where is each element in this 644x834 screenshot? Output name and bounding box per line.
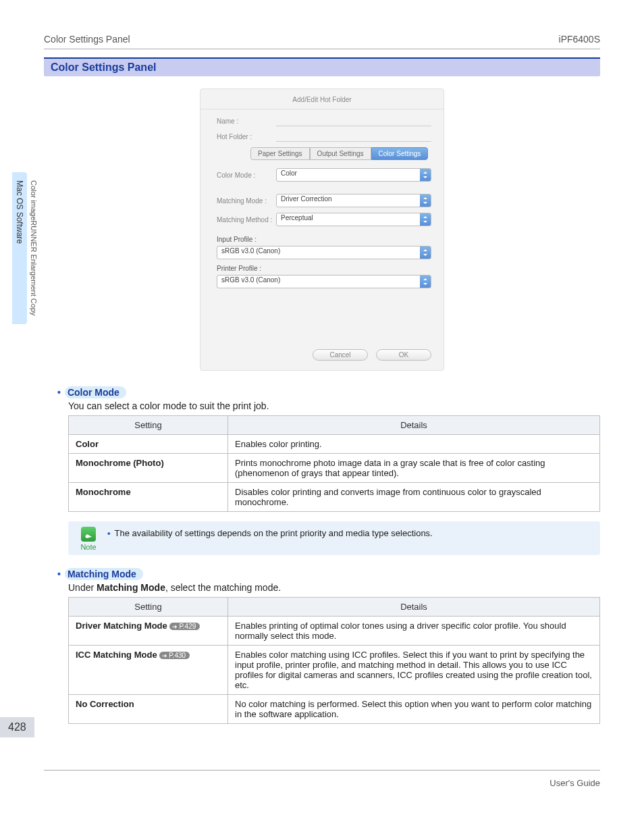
chevron-updown-icon xyxy=(420,246,431,259)
table-header: Setting xyxy=(69,598,228,617)
table-header: Details xyxy=(228,598,600,617)
table-row: ICC Matching Mode P.430 Enables color ma… xyxy=(69,646,600,695)
note-box: Note •The availability of settings depen… xyxy=(68,521,600,555)
matching-method-label: Matching Method : xyxy=(217,216,276,224)
page-number: 428 xyxy=(0,717,34,737)
dialog-name-label: Name : xyxy=(217,118,276,125)
matching-mode-heading: •Matching Mode xyxy=(57,569,600,579)
matching-mode-label: Matching Mode : xyxy=(217,197,276,205)
breadcrumb-left: Color Settings Panel xyxy=(44,34,130,45)
footer-guide: User's Guide xyxy=(549,778,600,788)
note-icon xyxy=(81,527,96,542)
table-header: Setting xyxy=(69,416,228,435)
tab-color-settings[interactable]: Color Settings xyxy=(371,147,429,160)
matching-mode-desc: Under Matching Mode, select the matching… xyxy=(68,582,600,593)
side-tab-primary[interactable]: Mac OS Software xyxy=(12,172,27,324)
matching-mode-select[interactable]: Driver Correction xyxy=(276,194,431,207)
matching-method-select[interactable]: Perceptual xyxy=(276,213,431,226)
printer-profile-select[interactable]: sRGB v3.0 (Canon) xyxy=(217,275,431,288)
tab-output-settings[interactable]: Output Settings xyxy=(310,147,371,160)
footer-divider xyxy=(44,770,600,771)
matching-mode-table: Setting Details Driver Matching Mode P.4… xyxy=(68,597,600,724)
table-row: No Correction No color matching is perfo… xyxy=(69,695,600,724)
color-mode-heading: •Color Mode xyxy=(57,387,600,398)
color-mode-select[interactable]: Color xyxy=(276,168,431,182)
dialog-title: Add/Edit Hot Folder xyxy=(200,96,444,109)
chevron-updown-icon xyxy=(420,276,431,288)
input-profile-select[interactable]: sRGB v3.0 (Canon) xyxy=(217,246,431,259)
table-row: Color Enables color printing. xyxy=(69,435,600,454)
color-mode-label: Color Mode : xyxy=(217,172,276,179)
breadcrumb: Color Settings Panel iPF6400S xyxy=(44,34,600,49)
table-header: Details xyxy=(228,416,600,435)
table-row: Monochrome Disables color printing and c… xyxy=(69,483,600,512)
chevron-updown-icon xyxy=(420,194,431,207)
side-tab-secondary[interactable]: Color imageRUNNER Enlargement Copy xyxy=(27,172,41,324)
cancel-button[interactable]: Cancel xyxy=(313,349,368,361)
color-mode-desc: You can select a color mode to suit the … xyxy=(68,400,600,411)
dialog-tabs: Paper Settings Output Settings Color Set… xyxy=(250,147,431,160)
ok-button[interactable]: OK xyxy=(376,349,431,361)
input-profile-label: Input Profile : xyxy=(217,236,431,243)
table-row: Monochrome (Photo) Prints monochrome pho… xyxy=(69,454,600,483)
tab-paper-settings[interactable]: Paper Settings xyxy=(250,147,310,160)
page-title: Color Settings Panel xyxy=(51,61,156,73)
chevron-updown-icon xyxy=(420,169,431,181)
dialog-hotfolder-label: Hot Folder : xyxy=(217,133,276,140)
note-label: Note xyxy=(78,543,99,551)
note-text: •The availability of settings depends on… xyxy=(107,527,591,538)
dialog-name-field[interactable] xyxy=(276,116,431,126)
breadcrumb-right: iPF6400S xyxy=(559,34,600,45)
dialog-preview: Add/Edit Hot Folder Name : Hot Folder : … xyxy=(200,88,444,371)
page-title-bar: Color Settings Panel xyxy=(44,57,600,76)
page-link[interactable]: P.430 xyxy=(159,652,190,659)
table-row: Driver Matching Mode P.429 Enables print… xyxy=(69,617,600,646)
page-link[interactable]: P.429 xyxy=(169,623,200,630)
color-mode-table: Setting Details Color Enables color prin… xyxy=(68,415,600,512)
dialog-hotfolder-field[interactable] xyxy=(276,132,431,142)
chevron-updown-icon xyxy=(420,213,431,226)
printer-profile-label: Printer Profile : xyxy=(217,265,431,272)
